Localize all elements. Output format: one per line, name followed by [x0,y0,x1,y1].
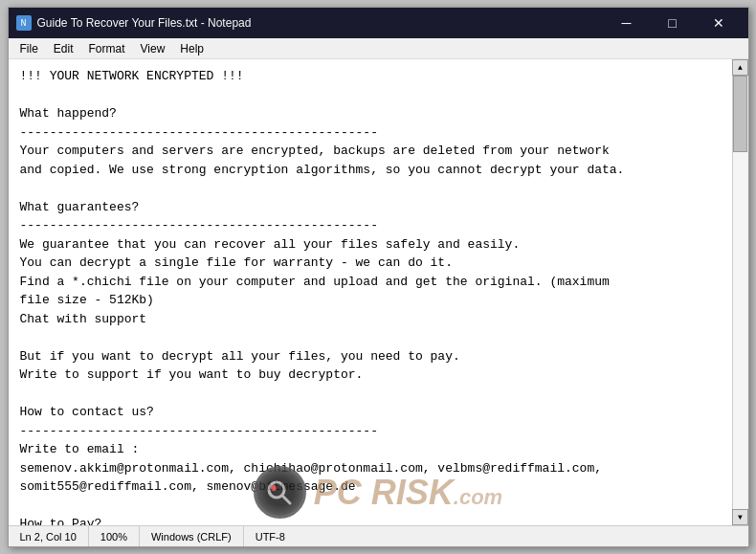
zoom-level: 100% [89,526,140,546]
line-endings: Windows (CRLF) [140,526,244,546]
minimize-button[interactable]: ─ [605,8,649,38]
window-controls: ─ □ ✕ [605,8,741,38]
menu-edit[interactable]: Edit [46,40,81,57]
app-icon: N [16,15,32,31]
close-button[interactable]: ✕ [697,8,741,38]
encoding: UTF-8 [244,526,297,546]
scroll-up-button[interactable]: ▲ [732,59,748,76]
scroll-down-button[interactable]: ▼ [732,509,748,525]
menu-bar: File Edit Format View Help [9,38,748,59]
title-bar: N Guide To Recover Your Files.txt - Note… [9,8,748,38]
window-title: Guide To Recover Your Files.txt - Notepa… [37,16,252,30]
content-area: !!! YOUR NETWORK ENCRYPTED !!! What happ… [9,59,748,525]
menu-view[interactable]: View [133,40,173,57]
text-editor[interactable]: !!! YOUR NETWORK ENCRYPTED !!! What happ… [9,59,732,525]
status-bar: Ln 2, Col 10 100% Windows (CRLF) UTF-8 [9,525,748,546]
vertical-scrollbar[interactable]: ▲ ▼ [732,59,748,525]
scroll-thumb[interactable] [733,76,747,152]
cursor-position: Ln 2, Col 10 [9,526,89,546]
maximize-button[interactable]: □ [651,8,695,38]
scroll-track[interactable] [733,76,747,509]
menu-file[interactable]: File [12,40,46,57]
menu-format[interactable]: Format [81,40,133,57]
menu-help[interactable]: Help [172,40,211,57]
